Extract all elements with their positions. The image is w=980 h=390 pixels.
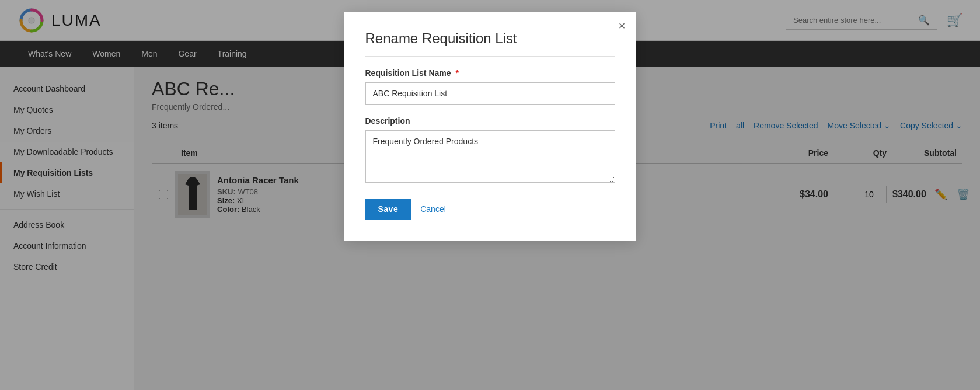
- modal-overlay: × Rename Requisition List Requisition Li…: [0, 0, 980, 390]
- requisition-description-textarea[interactable]: [365, 130, 615, 183]
- description-label: Description: [365, 116, 615, 126]
- name-form-group: Requisition List Name *: [365, 68, 615, 105]
- modal-close-button[interactable]: ×: [619, 20, 626, 32]
- rename-requisition-modal: × Rename Requisition List Requisition Li…: [344, 12, 636, 241]
- modal-title: Rename Requisition List: [365, 30, 615, 57]
- modal-save-button[interactable]: Save: [365, 199, 411, 220]
- description-form-group: Description: [365, 116, 615, 184]
- modal-cancel-button[interactable]: Cancel: [420, 204, 446, 214]
- required-star: *: [455, 68, 458, 78]
- modal-actions: Save Cancel: [365, 199, 615, 220]
- requisition-name-input[interactable]: [365, 82, 615, 105]
- name-label: Requisition List Name *: [365, 68, 615, 78]
